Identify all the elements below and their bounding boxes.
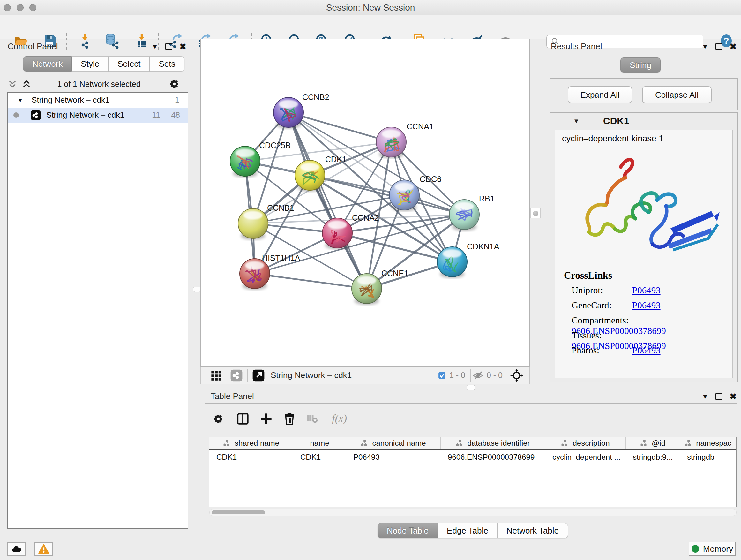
table-cell: P06493 (346, 450, 441, 464)
crosslink-link[interactable]: P06493 (632, 345, 661, 355)
table-panel-float-button[interactable] (716, 393, 723, 400)
column-header-id[interactable]: @id (626, 437, 680, 449)
network-node-CCNA2[interactable] (322, 218, 352, 249)
network-tree-root-row[interactable]: ▼ String Network – cdk1 1 (8, 92, 188, 108)
node-label-CDC25B: CDC25B (259, 141, 291, 150)
network-node-HIST1H1A[interactable] (240, 259, 270, 290)
collection-count: 1 (175, 96, 179, 105)
columns-icon[interactable] (236, 412, 250, 426)
network-collection-label: String Network – cdk1 (31, 96, 110, 105)
gear-icon[interactable] (211, 411, 226, 427)
string-style-icon[interactable] (230, 369, 243, 382)
status-bar: Memory (0, 540, 741, 560)
cloud-button[interactable] (7, 543, 26, 556)
column-label: shared name (234, 439, 279, 448)
table-cell: CDK1 (209, 450, 293, 464)
column-header-description[interactable]: description (545, 437, 626, 449)
function-icon[interactable]: f(x) (328, 411, 348, 427)
tab-edge-table[interactable]: Edge Table (438, 523, 497, 538)
node-label-CDC6: CDC6 (420, 175, 441, 184)
network-node-RB1[interactable] (449, 199, 479, 231)
column-header-name[interactable]: name (293, 437, 346, 449)
network-node-CDC6[interactable] (389, 180, 419, 211)
node-label-CCNA2: CCNA2 (352, 213, 379, 222)
network-view-toolbar: String Network – cdk1 1 - 0 0 - 0 (200, 367, 530, 384)
memory-button[interactable]: Memory (689, 542, 736, 556)
results-panel-tabs: String (620, 57, 661, 73)
column-header-sharedname[interactable]: shared name (209, 437, 293, 449)
table-cell: stringdb (680, 450, 736, 464)
right-splitter-grip[interactable] (530, 208, 541, 219)
cloud-icon (11, 544, 22, 555)
results-panel-title: Results Panel (551, 42, 602, 51)
protein-description: cyclin–dependent kinase 1 (562, 134, 664, 144)
tab-node-table[interactable]: Node Table (378, 523, 438, 538)
results-buttons-box: Expand All Collapse All (549, 78, 738, 111)
tree-collapse-caret-icon[interactable]: ▼ (17, 97, 23, 104)
crosslink-label: Tissues: (571, 330, 632, 341)
selected-checkbox-icon[interactable] (438, 371, 446, 380)
protein-collapse-caret-icon[interactable]: ▼ (573, 118, 580, 125)
network-canvas[interactable]: CCNB2 CCNA1 CDC25B CDK1 (200, 39, 530, 367)
network-node-CCNB1[interactable] (238, 208, 268, 240)
network-node-CDKN1A[interactable] (437, 247, 467, 278)
table-row[interactable]: CDK1CDK1P064939606.ENSP00000378699cyclin… (209, 450, 736, 464)
crosshair-icon[interactable] (510, 369, 523, 382)
tab-sets[interactable]: Sets (150, 56, 185, 71)
crosslink-link[interactable]: P06493 (632, 300, 661, 310)
table-panel-menu-caret[interactable]: ▼ (701, 392, 709, 401)
control-panel-close-button[interactable]: ✖ (179, 44, 186, 50)
expand-all-button[interactable]: Expand All (568, 86, 632, 104)
birdseye-view-icon[interactable] (210, 369, 223, 382)
table-horizontal-scrollbar[interactable] (209, 509, 737, 516)
control-panel-menu-caret[interactable]: ▼ (151, 43, 158, 51)
tab-network-table[interactable]: Network Table (497, 523, 568, 538)
node-label-CCNE1: CCNE1 (381, 269, 408, 278)
hidden-count: 0 - 0 (487, 371, 502, 380)
application-window: Session: New Session ? Control Panel ▼ ✖… (0, 0, 741, 560)
plus-icon[interactable] (260, 413, 273, 425)
warnings-button[interactable] (35, 543, 53, 556)
collapse-all-button[interactable]: Collapse All (642, 86, 712, 104)
column-label: name (310, 439, 329, 448)
column-header-namespac[interactable]: namespac (680, 437, 736, 449)
tab-network[interactable]: Network (23, 56, 72, 71)
memory-status-dot (691, 545, 699, 553)
table-panel-close-button[interactable]: ✖ (730, 394, 737, 399)
control-panel-float-button[interactable] (165, 43, 172, 50)
tab-string[interactable]: String (620, 57, 661, 73)
tab-select[interactable]: Select (109, 56, 150, 71)
network-tree-row-selected[interactable]: String Network – cdk1 11 48 (8, 108, 188, 123)
tree-node-icon (456, 439, 464, 447)
table-cell: stringdb:9... (626, 450, 680, 464)
results-panel-close-button[interactable]: ✖ (730, 44, 737, 50)
crosslink-link[interactable]: P06493 (632, 285, 661, 295)
network-tree: ▼ String Network – cdk1 1 String Network… (7, 92, 188, 529)
open-in-window-icon[interactable] (252, 369, 265, 382)
crosslink-row-genecard: GeneCard:P06493 (571, 300, 725, 311)
network-node-CCNB2[interactable] (273, 98, 304, 129)
expand-all-icon[interactable] (22, 79, 31, 89)
table-delete-icon[interactable] (307, 413, 318, 425)
column-header-databaseidentifier[interactable]: database identifier (441, 437, 545, 449)
control-panel-tabs: NetworkStyleSelectSets (23, 56, 185, 71)
trash-icon[interactable] (283, 412, 296, 426)
collapse-all-icon[interactable] (8, 79, 17, 89)
crosslink-row-pharos: Pharos:P06493 (571, 345, 725, 356)
horizontal-splitter-grip[interactable] (467, 385, 475, 390)
tab-style[interactable]: Style (72, 56, 109, 71)
tree-node-icon (360, 439, 369, 447)
gear-icon[interactable] (166, 76, 182, 91)
table-panel-title: Table Panel (211, 391, 254, 401)
tree-node-icon (640, 439, 649, 447)
hidden-eye-slash-icon[interactable] (473, 370, 483, 381)
results-panel-menu-caret[interactable]: ▼ (701, 43, 709, 51)
scrollbar-thumb[interactable] (212, 510, 265, 514)
node-label-CCNB2: CCNB2 (302, 92, 329, 102)
network-node-CCNA1[interactable] (376, 127, 406, 159)
results-panel-float-button[interactable] (716, 43, 723, 50)
column-header-canonicalname[interactable]: canonical name (346, 437, 441, 449)
network-node-CDK1[interactable] (295, 160, 325, 192)
network-node-CDC25B[interactable] (230, 146, 260, 178)
network-node-CCNE1[interactable] (352, 273, 382, 305)
